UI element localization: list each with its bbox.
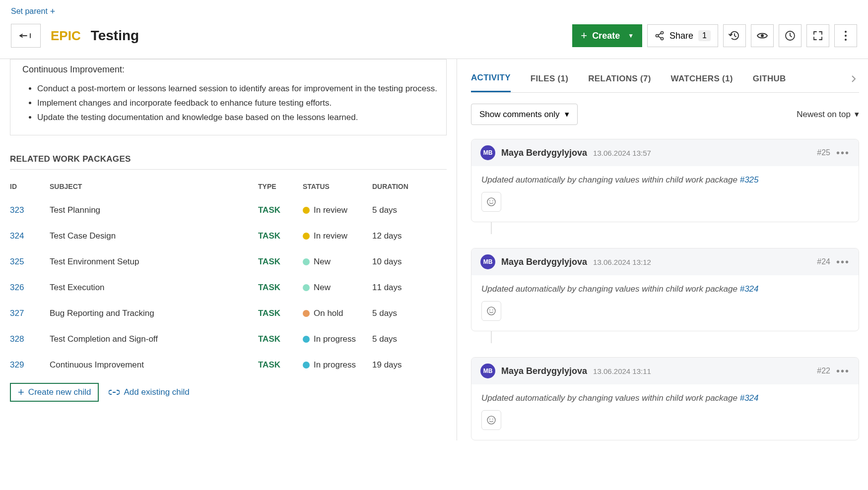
- add-reaction-button[interactable]: [481, 192, 501, 212]
- description-box[interactable]: Continuous Improvement: Conduct a post-m…: [10, 59, 447, 135]
- wp-status: New: [303, 283, 372, 293]
- comments-filter-dropdown[interactable]: Show comments only ▾: [471, 104, 578, 125]
- wp-type-badge: TASK: [258, 308, 280, 318]
- activity-author[interactable]: Maya Berdygylyjova: [501, 257, 587, 267]
- wp-id-link[interactable]: 324: [10, 231, 24, 241]
- tab-relations[interactable]: RELATIONS (7): [588, 66, 651, 92]
- activity-history-button[interactable]: [723, 24, 746, 47]
- wp-subject: Test Completion and Sign-off: [50, 326, 258, 352]
- description-bullet: Conduct a post-mortem or lessons learned…: [37, 82, 439, 96]
- activity-author[interactable]: Maya Berdygylyjova: [501, 148, 587, 158]
- activity-menu-button[interactable]: •••: [836, 366, 850, 377]
- wp-status: In progress: [303, 360, 372, 370]
- description-bullet: Implement changes and incorporate feedba…: [37, 96, 439, 111]
- activity-body: Updated automatically by changing values…: [471, 166, 859, 222]
- link-icon: [109, 389, 120, 396]
- add-reaction-button[interactable]: [481, 410, 501, 430]
- status-dot-icon: [303, 233, 310, 240]
- comments-filter-label: Show comments only: [479, 110, 560, 120]
- back-button[interactable]: [11, 24, 41, 48]
- wp-duration: 10 days: [372, 249, 447, 275]
- svg-point-12: [489, 309, 490, 310]
- wp-reference-link[interactable]: #324: [740, 393, 759, 403]
- svg-point-14: [487, 416, 495, 424]
- tab-activity[interactable]: ACTIVITY: [471, 65, 511, 92]
- plus-icon: +: [50, 7, 56, 16]
- chevron-right-icon: [851, 75, 856, 83]
- activity-card: MBMaya Berdygylyjova13.06.2024 13:57#25•…: [471, 139, 859, 222]
- wp-id-link[interactable]: 323: [10, 205, 24, 215]
- table-row[interactable]: 326Test ExecutionTASKNew11 days: [10, 275, 447, 301]
- col-header-duration[interactable]: DURATION: [372, 174, 447, 197]
- col-header-subject[interactable]: SUBJECT: [50, 174, 258, 197]
- table-row[interactable]: 323Test PlanningTASKIn review5 days: [10, 197, 447, 223]
- activity-menu-button[interactable]: •••: [836, 147, 850, 159]
- fullscreen-button[interactable]: [806, 24, 829, 47]
- timer-button[interactable]: [779, 24, 801, 47]
- wp-duration: 11 days: [372, 275, 447, 301]
- wp-id-link[interactable]: 326: [10, 283, 24, 292]
- add-reaction-button[interactable]: [481, 301, 501, 321]
- expand-icon: [812, 30, 823, 41]
- status-dot-icon: [303, 284, 310, 291]
- status-dot-icon: [303, 310, 310, 317]
- clock-icon: [784, 30, 796, 42]
- thread-connector: [491, 222, 492, 234]
- wp-id-link[interactable]: 328: [10, 334, 24, 344]
- wp-id-link[interactable]: 327: [10, 308, 24, 318]
- share-button[interactable]: Share 1: [647, 24, 718, 47]
- sort-dropdown[interactable]: Newest on top ▾: [797, 109, 859, 120]
- table-row[interactable]: 324Test Case DesignTASKIn review12 days: [10, 223, 447, 249]
- tab-github[interactable]: GITHUB: [753, 66, 786, 92]
- tab-watchers[interactable]: WATCHERS (1): [671, 66, 733, 92]
- smiley-icon: [486, 415, 496, 425]
- svg-point-10: [492, 200, 493, 201]
- thread-connector: [491, 331, 492, 343]
- wp-type-badge: TASK: [258, 334, 280, 344]
- wp-status: New: [303, 257, 372, 267]
- activity-card: MBMaya Berdygylyjova13.06.2024 13:11#22•…: [471, 357, 859, 440]
- plus-icon: +: [581, 29, 587, 42]
- status-dot-icon: [303, 258, 310, 265]
- avatar[interactable]: MB: [480, 254, 495, 269]
- more-menu-button[interactable]: [834, 24, 857, 47]
- watch-button[interactable]: [751, 24, 774, 47]
- svg-point-15: [489, 419, 490, 420]
- svg-point-7: [845, 39, 847, 41]
- col-header-id[interactable]: ID: [10, 174, 50, 197]
- status-dot-icon: [303, 207, 310, 214]
- work-package-type-badge: EPIC: [51, 28, 81, 44]
- table-row[interactable]: 327Bug Reporting and TrackingTASKOn hold…: [10, 301, 447, 326]
- svg-point-3: [761, 34, 764, 37]
- activity-number[interactable]: #22: [817, 367, 830, 375]
- svg-point-13: [492, 309, 493, 310]
- wp-id-link[interactable]: 325: [10, 257, 24, 266]
- table-row[interactable]: 328Test Completion and Sign-offTASKIn pr…: [10, 326, 447, 352]
- avatar[interactable]: MB: [480, 364, 495, 378]
- table-row[interactable]: 329Continuous ImprovementTASKIn progress…: [10, 352, 447, 378]
- svg-point-8: [487, 198, 495, 206]
- avatar[interactable]: MB: [480, 145, 495, 160]
- col-header-type[interactable]: TYPE: [258, 174, 303, 197]
- wp-reference-link[interactable]: #324: [740, 284, 759, 294]
- smiley-icon: [486, 306, 496, 316]
- col-header-status[interactable]: STATUS: [303, 174, 372, 197]
- table-row[interactable]: 325Test Environment SetupTASKNew10 days: [10, 249, 447, 275]
- create-new-child-button[interactable]: + Create new child: [10, 383, 99, 402]
- set-parent-link[interactable]: Set parent +: [0, 0, 868, 21]
- tabs-scroll-right[interactable]: [851, 75, 859, 83]
- create-button[interactable]: + Create ▼: [572, 24, 642, 47]
- wp-reference-link[interactable]: #325: [740, 175, 759, 184]
- wp-id-link[interactable]: 329: [10, 360, 24, 369]
- tab-files[interactable]: FILES (1): [531, 66, 568, 92]
- add-existing-child-button[interactable]: Add existing child: [109, 387, 189, 397]
- chevron-down-icon: ▼: [628, 32, 634, 39]
- wp-subject: Continuous Improvement: [50, 352, 258, 378]
- activity-number[interactable]: #25: [817, 148, 830, 157]
- activity-number[interactable]: #24: [817, 257, 830, 266]
- page-title[interactable]: Testing: [91, 28, 139, 44]
- activity-author[interactable]: Maya Berdygylyjova: [501, 366, 587, 376]
- wp-status: In review: [303, 231, 372, 241]
- create-label: Create: [592, 31, 620, 41]
- activity-menu-button[interactable]: •••: [836, 256, 850, 268]
